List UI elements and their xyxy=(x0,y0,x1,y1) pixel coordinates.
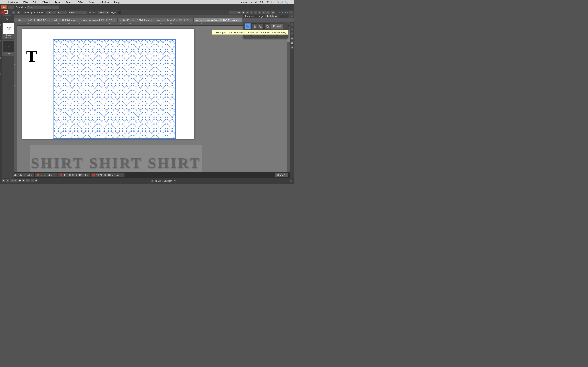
menu-object[interactable]: Object xyxy=(41,1,51,4)
svg-rect-25 xyxy=(254,26,255,27)
graphic-styles-icon[interactable]: ▪ xyxy=(290,32,294,35)
status-icon1[interactable]: ◆ xyxy=(2,179,5,183)
status-left: ◆ ⇧ 50% ▼ ◀◀ ◀ 1 ▶ ▶▶ xyxy=(2,179,38,183)
menu-file[interactable]: File xyxy=(23,1,29,4)
artboards-icon[interactable]: ▨ xyxy=(290,41,294,44)
status-center: Toggle Direct Selection ▼ xyxy=(39,180,288,182)
tab-0-close[interactable]: × xyxy=(49,19,50,21)
shape-modes-row: Expand xyxy=(245,24,286,29)
tab-1-close[interactable]: × xyxy=(77,19,78,21)
unite-btn[interactable] xyxy=(245,24,251,29)
next-page-btn[interactable]: ▶ xyxy=(31,179,34,183)
align-icon2[interactable]: ⊡ xyxy=(237,11,241,15)
menu-right-area: ● △ ◆ ▼ ● Mon 2:01 PM Lara Grant 🔍 ☰ xyxy=(241,1,292,4)
expand-button[interactable]: Expand xyxy=(271,24,283,29)
zoom-control[interactable]: 50% ▼ xyxy=(10,179,17,183)
taskbar-item-2[interactable]: 20141016152612111.pdf ▼ xyxy=(58,173,90,177)
thumb-preview-1: T xyxy=(3,24,14,34)
opacity-input[interactable]: 100% ▼ xyxy=(97,11,110,15)
align-icon9[interactable]: ▤ xyxy=(266,11,270,15)
intersect-btn[interactable] xyxy=(258,24,264,29)
align-icon8[interactable]: ⊠ xyxy=(262,11,266,15)
minus-front-btn[interactable] xyxy=(251,24,257,29)
stroke-weight-input[interactable]: ▼ xyxy=(57,11,67,15)
thumb-preview-2: SHIRT xyxy=(3,42,14,52)
thumb-1[interactable]: T Screen 2014-10-... xyxy=(2,23,14,39)
status-icon2[interactable]: ⇧ xyxy=(6,179,9,183)
thumb-strip-label: RTL RTL RTL RTL xyxy=(0,22,2,178)
fill-swatch[interactable] xyxy=(1,11,5,15)
menu-edit[interactable]: Edit xyxy=(32,1,38,4)
tab-5-close[interactable]: × xyxy=(238,19,240,21)
stroke-dropdown[interactable]: — ▼ xyxy=(45,11,56,15)
options-extra[interactable]: » xyxy=(289,11,293,15)
type-icon[interactable]: T xyxy=(12,11,16,15)
style-swatch[interactable] xyxy=(118,11,122,15)
fill-stroke-area[interactable] xyxy=(1,11,8,15)
selection-icon[interactable]: ▶ xyxy=(17,11,20,15)
tab-2[interactable]: cable_prints.ai @ 150% (CMY/P... × xyxy=(80,18,117,22)
tab-5[interactable]: font_outline_work.ai* @ 50% (CMYK/Previe… xyxy=(194,18,242,22)
page-input[interactable]: 1 xyxy=(25,179,30,183)
pen-tool[interactable]: ✎ xyxy=(5,17,9,21)
artboard: T xyxy=(22,29,194,139)
system-icons: ● △ ◆ ▼ ● xyxy=(241,1,253,4)
align-icon4[interactable]: ⊣ xyxy=(245,11,249,15)
tab-4-close[interactable]: × xyxy=(190,19,191,21)
toggle-icon[interactable]: ▼ xyxy=(174,180,176,182)
menu-window[interactable]: Window xyxy=(99,1,110,4)
layers-icon[interactable]: ▩ xyxy=(290,37,294,40)
apple-menu[interactable]:  xyxy=(2,1,3,4)
swap-icons[interactable]: ↺ xyxy=(9,12,11,14)
exclude-btn[interactable] xyxy=(264,24,270,29)
thumbnail-panel: RTL RTL RTL RTL T Screen 2014-10-... SHI… xyxy=(0,22,14,178)
list-icon[interactable]: ☰ xyxy=(290,1,292,4)
menu-illustrator[interactable]: Illustrator xyxy=(7,1,19,4)
menu-view[interactable]: View xyxy=(88,1,96,4)
tab-0[interactable]: cable_prints_2.ai* @ 100% (CMY... × xyxy=(14,18,52,22)
first-page-btn[interactable]: ◀◀ xyxy=(18,179,21,183)
menu-effect[interactable]: Effect xyxy=(77,1,85,4)
distribute-icon[interactable]: ⁞ xyxy=(233,11,237,15)
taskbar-dropdown-3[interactable]: ▼ xyxy=(121,174,123,176)
status-right-icon[interactable] xyxy=(290,179,292,182)
search-field[interactable]: Search xyxy=(26,5,59,9)
show-all-button[interactable]: Show All xyxy=(275,173,288,177)
dash-pattern-dropdown[interactable]: Basic ▼ xyxy=(68,11,87,15)
tab-1[interactable]: cut_file* @ 81% (Previ... × xyxy=(52,18,80,22)
align-icon5[interactable]: ⊤ xyxy=(250,11,253,15)
search-icon[interactable]: 🔍 xyxy=(285,1,288,4)
thumb-2[interactable]: SHIRT Screen... xyxy=(2,40,14,56)
taskbar-label-2: 20141016152612111.pdf xyxy=(63,174,86,176)
taskbar-dropdown-2[interactable]: ▼ xyxy=(86,174,88,176)
menu-select[interactable]: Select xyxy=(65,1,73,4)
ruler-left: 1 2 3 4 5 6 7 8 xyxy=(14,26,17,178)
taskbar-icon-2 xyxy=(60,174,62,176)
vertical-scrollbar[interactable] xyxy=(287,26,290,175)
taskbar-item-3[interactable]: 20141016125053563....pdf ▼ xyxy=(91,173,125,177)
align-icon7[interactable]: ⊦ xyxy=(258,11,261,15)
taskbar-dropdown-0[interactable]: ▼ xyxy=(31,174,33,176)
symbols-icon[interactable]: ▫ xyxy=(290,28,294,31)
brushes-icon[interactable]: ▬ xyxy=(290,23,294,26)
menu-help[interactable]: Help xyxy=(113,1,121,4)
menu-type[interactable]: Type xyxy=(54,1,61,4)
tab-4[interactable]: laser_shirt_large.ai* @ 25% (CMY... × xyxy=(155,18,194,22)
tab-3-close[interactable]: × xyxy=(151,19,153,21)
align-icon6[interactable]: ⊥ xyxy=(254,11,257,15)
align-icon[interactable]: ⁝ xyxy=(229,11,233,15)
align-icon3[interactable]: ⊢ xyxy=(241,11,245,15)
pattern-area[interactable] xyxy=(53,39,176,139)
t-letter: T xyxy=(26,47,37,66)
last-page-btn[interactable]: ▶▶ xyxy=(34,179,38,183)
prev-page-btn[interactable]: ◀ xyxy=(22,179,25,183)
tab-3[interactable]: Untitled-2* @ 81% (CMYK/Previ... × xyxy=(118,18,155,22)
align-icon10[interactable]: ▥ xyxy=(271,11,275,15)
svg-rect-18 xyxy=(53,40,175,138)
transform-btn[interactable]: Transform xyxy=(278,11,288,14)
taskbar-item-1[interactable]: cable_prints.ai ▼ xyxy=(35,173,57,177)
tab-2-close[interactable]: × xyxy=(114,19,115,21)
links-icon[interactable]: ▧ xyxy=(290,46,294,49)
arrange-dropdown[interactable]: ▼ xyxy=(8,5,14,9)
taskbar-dropdown-1[interactable]: ▼ xyxy=(54,174,56,176)
